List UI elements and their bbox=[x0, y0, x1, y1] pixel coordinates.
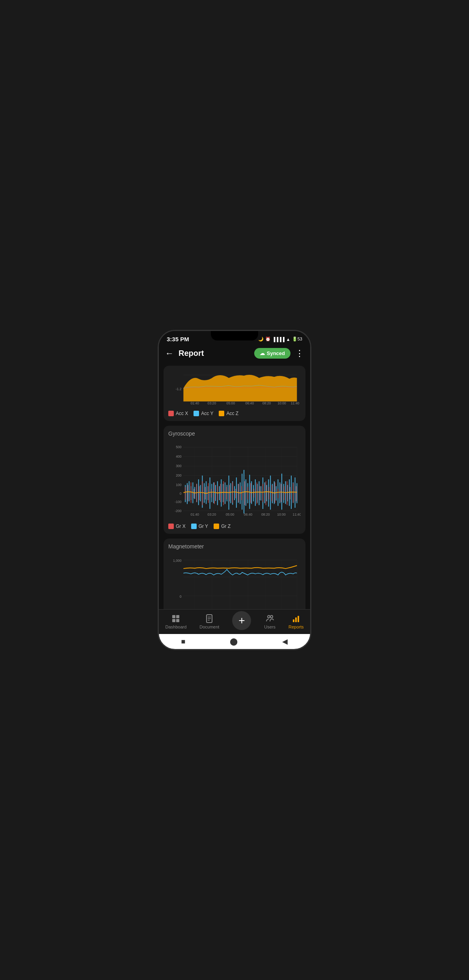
gr-z-legend: Gr Z bbox=[214, 524, 231, 529]
svg-text:03:20: 03:20 bbox=[208, 512, 216, 516]
acc-z-legend: Acc Z bbox=[219, 411, 238, 416]
gr-z-color bbox=[214, 524, 219, 529]
gyroscope-chart-card: Gyroscope bbox=[164, 426, 305, 534]
svg-text:0: 0 bbox=[180, 595, 182, 598]
notch bbox=[211, 331, 258, 340]
svg-text:200: 200 bbox=[176, 473, 182, 477]
gyroscope-title: Gyroscope bbox=[168, 430, 301, 437]
stop-button[interactable]: ■ bbox=[181, 638, 186, 646]
accelerometer-chart-card: -1.2 01:40 03:20 05:00 06:40 08:20 10:00… bbox=[164, 366, 305, 421]
gr-z-label: Gr Z bbox=[221, 524, 231, 529]
wifi-icon: ▲ bbox=[286, 337, 290, 342]
nav-users[interactable]: Users bbox=[264, 614, 275, 629]
magnetometer-chart-card: Magnetometer 1,000 bbox=[164, 539, 305, 609]
svg-rect-172 bbox=[298, 616, 299, 622]
nav-reports[interactable]: Reports bbox=[288, 614, 304, 629]
app-header: ← Report ☁ Synced ⋮ bbox=[159, 344, 310, 363]
magnetometer-chart: 1,000 0 -1,000 01:40 03:20 05:00 06:40 0… bbox=[168, 553, 301, 609]
page-title: Report bbox=[179, 349, 249, 358]
acc-z-label: Acc Z bbox=[226, 411, 238, 416]
dashboard-label: Dashboard bbox=[165, 625, 186, 629]
nav-add[interactable]: + bbox=[232, 613, 251, 630]
svg-text:300: 300 bbox=[176, 464, 182, 468]
svg-text:08:20: 08:20 bbox=[262, 401, 271, 405]
android-nav: ■ ⬤ ◀ bbox=[159, 634, 310, 649]
svg-text:05:00: 05:00 bbox=[227, 401, 235, 405]
magnetometer-chart-area: 1,000 0 -1,000 01:40 03:20 05:00 06:40 0… bbox=[168, 553, 301, 609]
gyroscope-chart-area: 500 400 300 200 100 0 -100 -200 bbox=[168, 440, 301, 520]
svg-text:06:40: 06:40 bbox=[244, 512, 253, 516]
acc-x-label: Acc X bbox=[176, 411, 188, 416]
users-icon bbox=[265, 614, 275, 623]
acc-y-label: Acc Y bbox=[201, 411, 213, 416]
users-label: Users bbox=[264, 625, 275, 629]
mg-z-line bbox=[183, 566, 297, 569]
document-label: Document bbox=[199, 625, 219, 629]
battery-icon: 🔋53 bbox=[292, 337, 302, 342]
phone-frame: 3:35 PM 🌙 ⏰ ▐▐▐▐ ▲ 🔋53 ← Report ☁ Synced… bbox=[158, 330, 311, 650]
svg-text:500: 500 bbox=[176, 445, 182, 449]
cloud-icon: ☁ bbox=[260, 350, 265, 356]
svg-rect-163 bbox=[176, 619, 179, 622]
svg-point-168 bbox=[268, 615, 270, 618]
svg-text:11:40: 11:40 bbox=[291, 401, 300, 405]
status-icons: 🌙 ⏰ ▐▐▐▐ ▲ 🔋53 bbox=[258, 337, 302, 342]
svg-rect-170 bbox=[293, 619, 294, 622]
svg-text:-1.2: -1.2 bbox=[176, 387, 182, 391]
acc-x-legend: Acc X bbox=[168, 411, 188, 416]
status-time: 3:35 PM bbox=[167, 336, 189, 342]
nav-dashboard[interactable]: Dashboard bbox=[165, 614, 186, 629]
back-button-android[interactable]: ◀ bbox=[282, 637, 288, 646]
svg-text:400: 400 bbox=[176, 454, 182, 458]
gr-x-color bbox=[168, 524, 174, 529]
acc-y-legend: Acc Y bbox=[194, 411, 213, 416]
acc-z-color bbox=[219, 411, 224, 416]
gr-y-label: Gr Y bbox=[199, 524, 208, 529]
svg-text:06:40: 06:40 bbox=[246, 401, 254, 405]
reports-icon bbox=[291, 614, 301, 623]
svg-text:100: 100 bbox=[176, 483, 182, 487]
home-button[interactable]: ⬤ bbox=[230, 637, 238, 646]
svg-text:05:00: 05:00 bbox=[226, 512, 234, 516]
svg-text:03:20: 03:20 bbox=[208, 401, 216, 405]
svg-text:01:40: 01:40 bbox=[190, 401, 199, 405]
synced-label: Synced bbox=[267, 350, 285, 356]
gr-y-color bbox=[191, 524, 197, 529]
svg-text:0: 0 bbox=[180, 492, 182, 496]
svg-text:-100: -100 bbox=[175, 500, 181, 504]
svg-text:11:40: 11:40 bbox=[293, 512, 301, 516]
moon-icon: 🌙 bbox=[258, 337, 264, 342]
svg-rect-171 bbox=[295, 617, 297, 622]
more-options-button[interactable]: ⋮ bbox=[295, 348, 304, 359]
acc-x-color bbox=[168, 411, 174, 416]
svg-text:10:00: 10:00 bbox=[277, 512, 286, 516]
svg-rect-160 bbox=[172, 615, 175, 618]
gr-y-data bbox=[185, 470, 297, 513]
nav-document[interactable]: Document bbox=[199, 614, 219, 629]
add-button[interactable]: + bbox=[232, 611, 251, 630]
gyroscope-legend: Gr X Gr Y Gr Z bbox=[168, 524, 301, 529]
magnetometer-title: Magnetometer bbox=[168, 543, 301, 550]
accelerometer-chart-area: -1.2 01:40 03:20 05:00 06:40 08:20 10:00… bbox=[168, 370, 301, 408]
scroll-content: -1.2 01:40 03:20 05:00 06:40 08:20 10:00… bbox=[159, 363, 310, 609]
svg-rect-161 bbox=[176, 615, 179, 618]
signal-icon: ▐▐▐▐ bbox=[272, 337, 285, 342]
svg-text:01:40: 01:40 bbox=[190, 512, 199, 516]
svg-text:10:00: 10:00 bbox=[277, 401, 286, 405]
alarm-icon: ⏰ bbox=[265, 337, 271, 342]
gyroscope-chart: 500 400 300 200 100 0 -100 -200 bbox=[168, 440, 301, 519]
svg-text:-200: -200 bbox=[175, 509, 181, 513]
dashboard-icon bbox=[171, 614, 181, 623]
accelerometer-legend: Acc X Acc Y Acc Z bbox=[168, 411, 301, 416]
reports-label: Reports bbox=[288, 625, 304, 629]
mg-y-line bbox=[183, 569, 297, 575]
acc-y-color bbox=[194, 411, 199, 416]
gr-y-legend: Gr Y bbox=[191, 524, 208, 529]
synced-button[interactable]: ☁ Synced bbox=[254, 348, 290, 359]
svg-point-169 bbox=[270, 615, 273, 618]
bottom-nav: Dashboard Document + Users bbox=[159, 609, 310, 634]
gr-x-legend: Gr X bbox=[168, 524, 186, 529]
accelerometer-chart: -1.2 01:40 03:20 05:00 06:40 08:20 10:00… bbox=[168, 370, 301, 406]
svg-text:08:20: 08:20 bbox=[261, 512, 270, 516]
back-button[interactable]: ← bbox=[165, 348, 174, 359]
